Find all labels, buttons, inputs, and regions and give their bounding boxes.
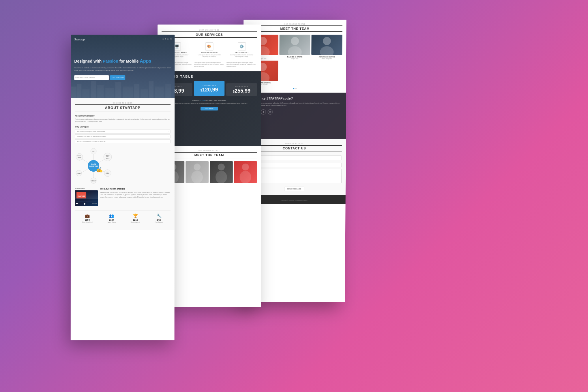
clean-title: We Love Clean Design [100,187,171,190]
passion-word: Passion [103,59,118,63]
city-silhouette-icon [71,75,175,98]
star-icon[interactable]: ★ [261,109,266,115]
message-input[interactable] [247,169,342,183]
video-label-wrap: Vimeo Video STARTAPP ◀◀ ▶ [75,187,98,206]
svg-rect-23 [123,87,133,98]
svg-point-13 [216,171,227,183]
send-message-button[interactable]: SEND MESSAGE [284,187,304,191]
svg-rect-28 [165,84,171,98]
name-input[interactable] [247,155,342,160]
about-company-heading: About Our Company [75,115,171,117]
about-section: WE LOVE TO DESIGN ABOUT STARTAPP About O… [71,98,175,230]
video-overlay [75,190,98,199]
price-card-premium: PREMIUM PACK $255,99 [226,83,257,96]
service-text-3: Lorem ipsum dolor sit amet, consectetur … [228,54,256,58]
contact-label: HOW CAN WE HELP [247,143,342,145]
carousel-dots [247,88,342,89]
svg-text:EMAIL: EMAIL [77,172,81,174]
services-grid: 🖥️ RESPONSIVE LAYOUT Lorem ipsum dolor s… [162,41,257,59]
services-label: WHAT WE LIKE TO DO [162,29,257,31]
vimeo-label: Vimeo Video [75,187,98,189]
mid-team-photo-4 [234,161,257,183]
arrow-icon-2: › [168,135,168,138]
dot-1[interactable] [293,88,294,89]
clients-label: Happy Clients [107,221,116,223]
svg-rect-16 [71,87,76,98]
stat-support: 🔧 24/7 Free Support [155,213,163,223]
twitter-icon[interactable]: 𝕏 [162,37,164,40]
stats-row: 💼 1050 Jobs Completed 👥 2137 Happy Clien… [75,210,171,226]
video-thumbnail[interactable]: STARTAPP ◀◀ ▶ VIMEO [75,190,98,206]
jobs-icon: 💼 [82,213,92,218]
mid-team-photos [161,161,257,183]
svg-rect-21 [105,88,114,98]
stat-awards: 🏆 1210 Design Awards [131,213,140,223]
team-photo-3 [311,35,342,55]
text-col-3: Lorem ipsum mattis quam ullamcorper semp… [226,62,257,68]
why-text-2: Perfect purus tellus et omnis sed adulti… [77,136,107,137]
facebook-icon[interactable]: f [165,37,166,40]
svg-rect-20 [97,85,104,98]
mail-icon[interactable]: ✉ [268,109,273,115]
video-play-icon[interactable]: ▶ [84,202,86,205]
why-heading: Why Startapp? [75,126,171,128]
subscribe-highlight: TODAY [200,100,205,102]
team-name-3: JONATHAN SMITHS [311,56,342,58]
register-button[interactable]: REGISTER [201,107,218,110]
svg-text:ADVER-: ADVER- [106,155,110,156]
service-item-3: ⚙️ 24/7 SUPPORT Lorem ipsum dolor sit am… [226,41,257,59]
pricing-cards: BASIC PACK $78,99 STANDARD PACK $120,99 … [162,81,257,96]
team-name-2: RACHEL E. WHITE [279,56,310,58]
svg-text:SEO: SEO [92,151,95,152]
card-front: Startapp 𝕏 f G in Designed with Passion … [71,35,175,340]
icon-row: ▶ ♥ ★ ✉ [247,109,342,115]
service-icon-3: ⚙️ [238,42,246,50]
team-role-3: Writer - Magazine [311,58,342,59]
email-input[interactable] [247,163,342,167]
team-photo-2 [279,35,310,55]
diagram-section: ONLINE MARKETING SEO SOCIAL MEDIA EMAIL … [75,147,171,185]
progress-fill [76,201,84,202]
svg-point-2 [291,37,299,45]
video-progress: ◀◀ ▶ VIMEO [76,201,97,205]
svg-rect-25 [141,89,148,98]
svg-text:ERRAL: ERRAL [106,173,110,175]
apps-word: Apps [140,59,151,63]
clients-icon: 👥 [107,213,116,218]
video-rewind-icon[interactable]: ◀◀ [76,202,78,205]
text-col-2: Lorem ipsum mattis quam ullamcorper semp… [194,62,224,68]
subscribe-body: Lorem ipsum dolor sit consectetur adipis… [162,103,257,105]
dot-2[interactable] [295,88,297,89]
svg-point-4 [323,37,331,45]
svg-text:ONLINE: ONLINE [91,163,97,165]
testimonial-body: Lorem ipsum dolor sit amet, consectetur … [247,102,342,106]
svg-rect-22 [115,82,121,98]
why-text-3: Adipisci quina voltas at vines sit amet … [77,140,106,142]
progress-bar-bg [76,201,97,202]
svg-rect-24 [134,84,139,98]
about-columns: About Our Company Pellentesque mattis qu… [75,115,171,144]
video-section: Vimeo Video STARTAPP ◀◀ ▶ [75,187,171,206]
svg-rect-19 [91,81,96,98]
mid-team-photo-2 [186,161,209,183]
mid-team-title: MEET THE TEAM [161,152,257,158]
pricing-title: PRICING TABLE [162,75,257,78]
svg-text:✍: ✍ [96,167,103,173]
team-card-3: JONATHAN SMITHS Writer - Magazine [311,35,342,59]
clean-body: Pellentesque mattis quam ullamcorper sem… [100,191,171,198]
team-section-title: MEET THE TEAM [248,25,342,32]
footer-text: copyright © Startapp, Designed by Stepli… [281,200,307,201]
svg-rect-27 [155,87,164,98]
google-icon[interactable]: G [167,37,169,40]
support-num: 24/7 [155,218,163,221]
why-row-2: Perfect purus tellus et omnis sed adulti… [75,134,171,138]
arrow-icon-1: › [168,130,168,133]
linkedin-icon[interactable]: in [170,37,172,40]
standard-label: STANDARD PACK [195,85,223,86]
svg-point-11 [191,171,203,183]
awards-label: Design Awards [131,221,140,223]
mid-team-photo-3 [210,161,233,183]
svg-rect-26 [149,81,153,98]
service-icon-2: 🎨 [205,42,214,50]
stat-jobs: 💼 1050 Jobs Completed [82,213,92,223]
